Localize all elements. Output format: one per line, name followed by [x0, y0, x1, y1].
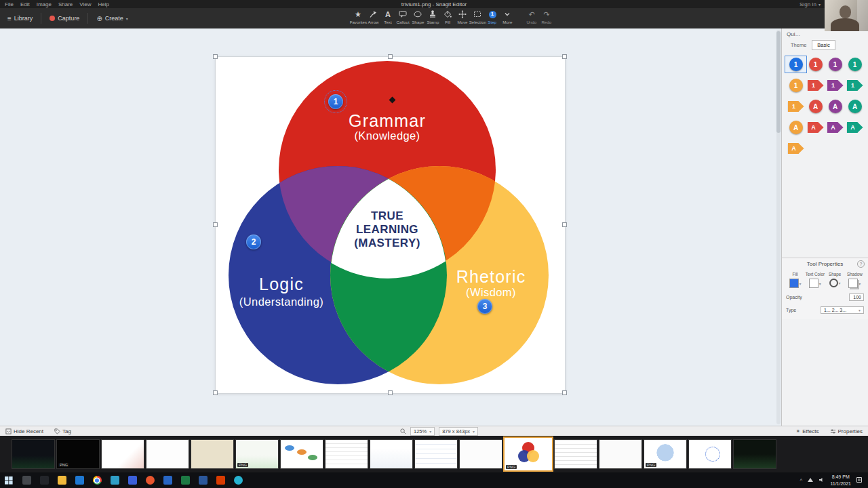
fill-color-picker[interactable]: ▾: [789, 279, 802, 288]
scrollbar-thumb[interactable]: [776, 31, 781, 133]
tool-text[interactable]: A Text: [380, 9, 395, 24]
tool-stamp[interactable]: Stamp: [425, 9, 440, 24]
shape-picker[interactable]: ▾: [829, 279, 841, 287]
tool-selection[interactable]: Selection: [470, 9, 485, 24]
sign-in-button[interactable]: Sign In ▾: [800, 1, 821, 7]
style-swatch[interactable]: 1: [786, 99, 806, 114]
recent-thumbnail[interactable]: [460, 440, 502, 468]
style-swatch[interactable]: 1: [786, 57, 806, 72]
style-swatch[interactable]: A: [845, 99, 865, 114]
recent-thumbnail[interactable]: [415, 440, 457, 468]
selection-handle-n[interactable]: [388, 54, 393, 59]
volume-icon[interactable]: [818, 477, 825, 484]
tab-theme[interactable]: Theme: [785, 40, 812, 50]
tool-shape[interactable]: Shape: [410, 9, 425, 24]
taskbar-app-2[interactable]: [35, 472, 53, 488]
redo-button[interactable]: ↷ Redo: [539, 9, 554, 24]
zoom-level-dropdown[interactable]: 125% ▾: [410, 427, 435, 436]
recent-thumbnail[interactable]: [555, 440, 597, 468]
menu-share[interactable]: Share: [58, 1, 73, 7]
selection-handle-s[interactable]: [388, 390, 393, 395]
style-swatch[interactable]: 1: [825, 57, 845, 72]
undo-button[interactable]: ↶ Undo: [524, 9, 539, 24]
recent-thumbnail[interactable]: [12, 440, 54, 468]
selection-handle-se[interactable]: [562, 390, 567, 395]
tool-fill[interactable]: Fill: [440, 9, 455, 24]
menu-image[interactable]: Image: [37, 1, 52, 7]
selection-handle-ne[interactable]: [562, 54, 567, 59]
taskbar-app-5[interactable]: [88, 472, 106, 488]
opacity-value[interactable]: 100: [849, 293, 864, 301]
style-swatch[interactable]: 1: [806, 57, 825, 72]
step-marker-2[interactable]: 2: [246, 235, 261, 249]
style-swatch[interactable]: A: [845, 120, 865, 135]
taskbar-app-9[interactable]: [159, 472, 176, 488]
recent-thumbnail[interactable]: [191, 440, 233, 468]
taskbar-app-13[interactable]: [229, 472, 247, 488]
chevron-up-icon[interactable]: ^: [800, 477, 803, 483]
hide-recent-button[interactable]: Hide Recent: [0, 426, 49, 436]
recent-thumbnail[interactable]: PNG: [644, 440, 686, 468]
taskbar-app-11[interactable]: [194, 472, 212, 488]
canvas-size-dropdown[interactable]: 879 x 843px ▾: [439, 427, 478, 436]
library-button[interactable]: ≡ Library: [5, 15, 35, 22]
taskbar-app-6[interactable]: [106, 472, 123, 488]
shadow-picker[interactable]: ▾: [848, 279, 861, 288]
recent-thumbnail[interactable]: [281, 440, 323, 468]
tab-basic[interactable]: Basic: [812, 40, 835, 50]
effects-button[interactable]: ✶ Effects: [791, 426, 825, 436]
menu-view[interactable]: View: [79, 1, 91, 7]
recent-thumbnail[interactable]: [102, 440, 144, 468]
editor-canvas[interactable]: Grammar (Knowledge) Logic (Understanding…: [0, 28, 781, 426]
properties-button[interactable]: Properties: [825, 426, 868, 436]
step-marker-3[interactable]: 3: [477, 299, 492, 314]
style-swatch[interactable]: 1: [786, 78, 806, 93]
taskbar-app-3[interactable]: [53, 472, 71, 488]
taskbar-clock[interactable]: 8:49 PM 11/1/2021: [830, 474, 851, 486]
tool-move[interactable]: Move: [455, 9, 470, 24]
selection-handle-sw[interactable]: [213, 390, 218, 395]
recent-thumbnail[interactable]: PNG: [57, 440, 99, 468]
type-dropdown[interactable]: 1... 2... 3... ▾: [821, 306, 864, 314]
style-swatch[interactable]: A: [825, 99, 845, 114]
recent-thumbnail[interactable]: [370, 440, 412, 468]
recent-thumbnail[interactable]: [326, 440, 368, 468]
step-marker-1[interactable]: 1: [328, 94, 343, 109]
tool-favorites[interactable]: ★ Favorites: [351, 9, 366, 24]
recent-thumbnail[interactable]: [146, 440, 189, 468]
selection-handle-nw[interactable]: [213, 54, 218, 59]
style-swatch[interactable]: 1: [845, 78, 865, 93]
style-swatch[interactable]: A: [825, 120, 845, 135]
tag-button[interactable]: Tag: [49, 426, 77, 436]
recent-thumbnail-selected[interactable]: PNG: [505, 438, 552, 470]
style-swatch[interactable]: A: [786, 120, 806, 135]
style-swatch[interactable]: A: [806, 120, 825, 135]
recent-thumbnail[interactable]: [689, 440, 731, 468]
recent-thumbnail[interactable]: PNG: [236, 440, 278, 468]
menu-file[interactable]: File: [5, 1, 14, 7]
menu-edit[interactable]: Edit: [20, 1, 30, 7]
help-icon[interactable]: ?: [857, 260, 865, 268]
taskbar-app-8[interactable]: [141, 472, 159, 488]
capture-button[interactable]: Capture: [47, 15, 81, 22]
recent-thumbnail[interactable]: [734, 440, 776, 468]
menu-help[interactable]: Help: [98, 1, 108, 7]
tool-arrow[interactable]: Arrow: [366, 9, 380, 24]
taskbar-app-10[interactable]: [176, 472, 194, 488]
taskbar-app-12[interactable]: [212, 472, 229, 488]
style-swatch[interactable]: 1: [806, 78, 825, 93]
start-button[interactable]: [0, 472, 18, 488]
selection-handle-e[interactable]: [562, 222, 567, 227]
style-swatch[interactable]: A: [786, 141, 806, 156]
notification-center-icon[interactable]: [856, 476, 863, 485]
style-swatch[interactable]: 1: [845, 57, 865, 72]
recent-thumbnail[interactable]: [599, 440, 642, 468]
taskbar-app-1[interactable]: [18, 472, 35, 488]
text-color-picker[interactable]: ▾: [809, 279, 821, 288]
tool-callout[interactable]: Callout: [395, 9, 410, 24]
style-swatch[interactable]: 1: [825, 78, 845, 93]
tool-more[interactable]: More: [500, 9, 515, 24]
style-swatch[interactable]: A: [806, 99, 825, 114]
taskbar-app-4[interactable]: [71, 472, 88, 488]
vertical-scrollbar[interactable]: [776, 30, 781, 424]
